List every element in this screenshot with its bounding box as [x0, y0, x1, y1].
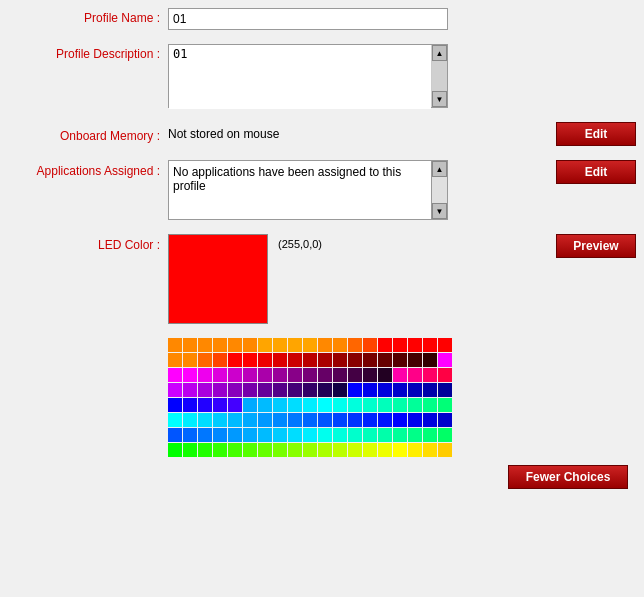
color-cell[interactable]	[198, 338, 212, 352]
color-cell[interactable]	[303, 383, 317, 397]
color-cell[interactable]	[213, 443, 227, 457]
color-cell[interactable]	[423, 383, 437, 397]
app-scrollbar-up[interactable]: ▲	[432, 161, 447, 177]
color-cell[interactable]	[393, 428, 407, 442]
color-cell[interactable]	[303, 353, 317, 367]
color-cell[interactable]	[348, 413, 362, 427]
color-cell[interactable]	[228, 428, 242, 442]
color-cell[interactable]	[198, 353, 212, 367]
color-cell[interactable]	[288, 383, 302, 397]
color-cell[interactable]	[333, 383, 347, 397]
color-cell[interactable]	[273, 443, 287, 457]
color-cell[interactable]	[168, 413, 182, 427]
color-cell[interactable]	[408, 413, 422, 427]
color-cell[interactable]	[243, 368, 257, 382]
color-cell[interactable]	[348, 443, 362, 457]
color-cell[interactable]	[288, 413, 302, 427]
color-cell[interactable]	[243, 398, 257, 412]
color-cell[interactable]	[243, 428, 257, 442]
color-cell[interactable]	[303, 428, 317, 442]
color-cell[interactable]	[333, 368, 347, 382]
color-cell[interactable]	[438, 398, 452, 412]
color-cell[interactable]	[303, 413, 317, 427]
color-cell[interactable]	[198, 383, 212, 397]
color-cell[interactable]	[408, 383, 422, 397]
color-cell[interactable]	[318, 398, 332, 412]
color-cell[interactable]	[273, 428, 287, 442]
color-cell[interactable]	[363, 413, 377, 427]
profile-description-textarea[interactable]	[169, 45, 431, 109]
color-cell[interactable]	[438, 383, 452, 397]
color-cell[interactable]	[393, 398, 407, 412]
color-cell[interactable]	[168, 443, 182, 457]
applications-edit-button[interactable]: Edit	[556, 160, 636, 184]
color-cell[interactable]	[303, 338, 317, 352]
color-cell[interactable]	[318, 428, 332, 442]
color-cell[interactable]	[318, 338, 332, 352]
color-cell[interactable]	[273, 353, 287, 367]
color-cell[interactable]	[423, 443, 437, 457]
led-preview-button[interactable]: Preview	[556, 234, 636, 258]
profile-name-input[interactable]	[168, 8, 448, 30]
color-cell[interactable]	[348, 353, 362, 367]
color-cell[interactable]	[378, 398, 392, 412]
color-cell[interactable]	[333, 413, 347, 427]
color-cell[interactable]	[273, 398, 287, 412]
color-cell[interactable]	[288, 443, 302, 457]
color-cell[interactable]	[243, 443, 257, 457]
color-cell[interactable]	[213, 383, 227, 397]
color-cell[interactable]	[183, 368, 197, 382]
color-cell[interactable]	[258, 368, 272, 382]
color-cell[interactable]	[408, 368, 422, 382]
color-cell[interactable]	[183, 353, 197, 367]
color-cell[interactable]	[318, 443, 332, 457]
color-cell[interactable]	[348, 338, 362, 352]
color-cell[interactable]	[408, 398, 422, 412]
color-cell[interactable]	[168, 368, 182, 382]
color-cell[interactable]	[288, 353, 302, 367]
color-cell[interactable]	[198, 428, 212, 442]
color-cell[interactable]	[228, 413, 242, 427]
color-cell[interactable]	[183, 428, 197, 442]
color-cell[interactable]	[303, 368, 317, 382]
color-cell[interactable]	[168, 383, 182, 397]
color-cell[interactable]	[258, 383, 272, 397]
color-cell[interactable]	[288, 428, 302, 442]
color-cell[interactable]	[438, 338, 452, 352]
color-cell[interactable]	[423, 413, 437, 427]
color-cell[interactable]	[438, 413, 452, 427]
color-cell[interactable]	[213, 398, 227, 412]
color-cell[interactable]	[288, 368, 302, 382]
color-cell[interactable]	[273, 338, 287, 352]
color-cell[interactable]	[408, 443, 422, 457]
color-cell[interactable]	[318, 413, 332, 427]
color-cell[interactable]	[363, 443, 377, 457]
fewer-choices-button[interactable]: Fewer Choices	[508, 465, 628, 489]
color-cell[interactable]	[318, 368, 332, 382]
color-cell[interactable]	[258, 353, 272, 367]
color-cell[interactable]	[183, 338, 197, 352]
color-cell[interactable]	[333, 443, 347, 457]
color-cell[interactable]	[408, 338, 422, 352]
color-cell[interactable]	[333, 353, 347, 367]
app-scrollbar-down[interactable]: ▼	[432, 203, 447, 219]
color-cell[interactable]	[333, 338, 347, 352]
color-cell[interactable]	[393, 368, 407, 382]
color-cell[interactable]	[408, 353, 422, 367]
color-cell[interactable]	[228, 353, 242, 367]
color-cell[interactable]	[333, 428, 347, 442]
color-cell[interactable]	[198, 443, 212, 457]
scrollbar-up[interactable]: ▲	[432, 45, 447, 61]
color-cell[interactable]	[243, 383, 257, 397]
color-cell[interactable]	[378, 338, 392, 352]
color-cell[interactable]	[438, 428, 452, 442]
color-cell[interactable]	[378, 353, 392, 367]
color-cell[interactable]	[348, 368, 362, 382]
color-cell[interactable]	[378, 383, 392, 397]
color-cell[interactable]	[273, 383, 287, 397]
color-cell[interactable]	[378, 413, 392, 427]
color-cell[interactable]	[213, 353, 227, 367]
color-cell[interactable]	[183, 413, 197, 427]
color-cell[interactable]	[183, 383, 197, 397]
color-cell[interactable]	[168, 353, 182, 367]
